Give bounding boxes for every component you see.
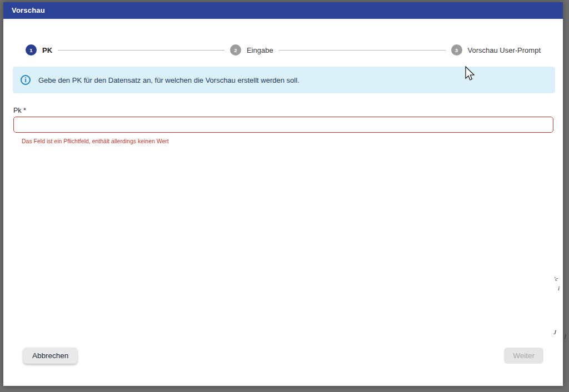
backdrop-text-fragment: j	[565, 332, 566, 339]
step-3-label[interactable]: Vorschau User-Prompt	[468, 46, 541, 54]
pk-input[interactable]	[13, 117, 553, 133]
stepper-connector-line	[58, 50, 224, 51]
pk-field-label: Pk *	[13, 107, 553, 114]
step-1-label[interactable]: PK	[42, 46, 52, 54]
info-banner-text: Gebe den PK für den Datensatz an, für we…	[38, 76, 300, 84]
pk-form: Pk * Das Feld ist ein Pflichtfeld, enthä…	[3, 93, 563, 144]
step-3-number: 3	[455, 47, 458, 53]
vorschau-dialog: Vorschau 1 PK 2 Eingabe 3 Vorschau User-…	[3, 2, 563, 386]
dialog-title: Vorschau	[12, 6, 45, 14]
wizard-stepper: 1 PK 2 Eingabe 3 Vorschau User-Prompt	[3, 44, 563, 56]
dialog-footer: Abbrechen Weiter	[3, 348, 563, 364]
cancel-button[interactable]: Abbrechen	[23, 348, 77, 364]
step-2-label[interactable]: Eingabe	[247, 46, 273, 54]
info-icon-glyph: i	[24, 77, 26, 83]
step-3-circle[interactable]: 3	[451, 44, 462, 56]
dialog-titlebar: Vorschau	[3, 2, 563, 19]
info-banner: i Gebe den PK für den Datensatz an, für …	[13, 67, 555, 93]
next-button[interactable]: Weiter	[504, 348, 543, 364]
backdrop-text-fragment: 'c	[554, 275, 558, 282]
step-1-circle[interactable]: 1	[26, 44, 37, 56]
backdrop-text-fragment: J	[553, 329, 556, 335]
step-1-number: 1	[29, 47, 32, 53]
info-icon: i	[21, 75, 31, 85]
step-2-number: 2	[234, 47, 237, 53]
backdrop-text-fragment: i	[558, 285, 560, 292]
stepper-connector-line	[279, 50, 446, 51]
pk-validation-error: Das Feld ist ein Pflichtfeld, enthält al…	[13, 138, 553, 144]
step-2-circle[interactable]: 2	[230, 44, 241, 56]
